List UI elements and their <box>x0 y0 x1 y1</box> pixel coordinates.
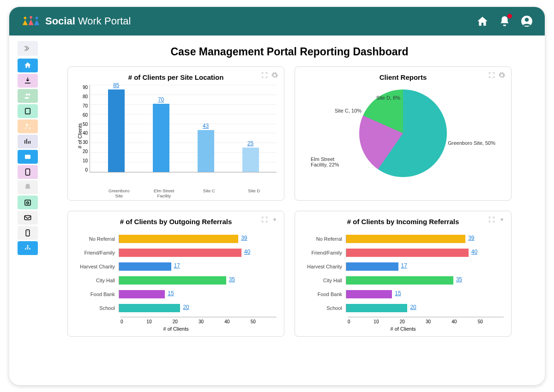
bar <box>153 104 169 172</box>
home-icon[interactable] <box>476 15 488 27</box>
hbar-value[interactable]: 20 <box>183 304 189 310</box>
hbar-label: Harvest Charity <box>77 264 119 269</box>
nav-mail[interactable] <box>18 211 38 225</box>
fullscreen-icon[interactable] <box>488 216 495 223</box>
hbar: 39 <box>346 235 465 243</box>
card-title: # of Clients by Outgoing Referrals <box>75 218 277 226</box>
card-outgoing-referrals: # of Clients by Outgoing Referrals No Re… <box>67 211 284 337</box>
svg-point-12 <box>29 156 30 157</box>
nav-stats[interactable] <box>18 135 38 148</box>
hbar-label: City Hall <box>77 278 119 283</box>
hbar-value[interactable]: 17 <box>401 262 407 269</box>
hbar: 35 <box>119 276 226 285</box>
bar-plot: 85704325 <box>90 85 277 172</box>
fullscreen-icon[interactable] <box>261 216 268 223</box>
pie-chart: Greenboro Site, 50% Elm Street Facility,… <box>302 85 504 196</box>
svg-rect-15 <box>25 200 30 205</box>
bar-value[interactable]: 70 <box>158 96 164 103</box>
nav-download[interactable] <box>18 74 38 88</box>
hbar-value[interactable]: 39 <box>241 235 247 241</box>
hbar-value[interactable]: 17 <box>174 262 180 269</box>
nav-bell[interactable] <box>18 180 38 194</box>
page-title: Case Management Portal Reporting Dashboa… <box>48 46 531 58</box>
hbar-plot: No Referral39Friend/Family40Harvest Char… <box>75 229 277 317</box>
hbar-value[interactable]: 40 <box>471 249 477 255</box>
hbar-label: No Referral <box>77 236 119 242</box>
hbar-value[interactable]: 35 <box>229 276 235 283</box>
account-icon[interactable] <box>521 15 533 27</box>
topbar: Social Work Portal <box>9 7 545 36</box>
bar-value[interactable]: 25 <box>247 140 253 147</box>
hbar-value[interactable]: 40 <box>244 249 250 255</box>
hbar: 35 <box>346 276 453 285</box>
hbar-plot: No Referral39Friend/Family40Harvest Char… <box>302 229 504 317</box>
hbar-label: School <box>77 305 119 311</box>
svg-point-21 <box>25 248 26 249</box>
nav-calendar[interactable] <box>18 196 38 209</box>
main-content: Case Management Portal Reporting Dashboa… <box>43 36 545 385</box>
svg-rect-13 <box>26 169 30 175</box>
sidebar-expand-button[interactable] <box>18 41 38 56</box>
hbar-value[interactable]: 39 <box>468 235 474 241</box>
hbar-value[interactable]: 20 <box>410 304 416 310</box>
bar <box>108 89 125 172</box>
hbar-label: City Hall <box>304 278 346 283</box>
svg-point-10 <box>26 156 27 157</box>
hbar: 20 <box>119 304 180 312</box>
hbar-label: Food Bank <box>77 291 119 297</box>
svg-point-6 <box>28 94 30 96</box>
bar-value[interactable]: 43 <box>203 123 209 129</box>
hbar-label: School <box>304 305 346 311</box>
fullscreen-icon[interactable] <box>488 71 495 79</box>
svg-point-1 <box>30 16 32 19</box>
nav-org[interactable] <box>18 241 38 255</box>
nav-people[interactable] <box>18 89 38 103</box>
notification-badge <box>507 14 512 18</box>
svg-point-4 <box>525 18 529 22</box>
hbar-label: No Referral <box>304 236 346 242</box>
fullscreen-icon[interactable] <box>261 71 268 79</box>
pie-label-site-c: Site C, 10% <box>335 108 361 113</box>
hbar-value[interactable]: 15 <box>395 290 401 297</box>
hbar: 17 <box>119 262 171 271</box>
card-title: Client Reports <box>302 73 504 81</box>
hbar-label: Harvest Charity <box>304 264 346 269</box>
pie-label-elm: Elm Street Facility, 22% <box>311 156 348 167</box>
bar-value[interactable]: 85 <box>113 82 119 89</box>
svg-point-20 <box>27 245 29 246</box>
brand-logo-icon <box>21 15 41 27</box>
y-axis-label: # of Clients <box>75 85 83 186</box>
svg-point-5 <box>26 94 28 96</box>
nav-user-edit[interactable] <box>18 119 38 133</box>
nav-badge[interactable] <box>18 226 38 240</box>
gear-icon[interactable] <box>271 71 278 79</box>
gear-icon[interactable] <box>498 71 506 79</box>
hbar: 20 <box>346 304 407 312</box>
card-incoming-referrals: # of Clients by Incoming Referrals No Re… <box>295 211 512 337</box>
bell-icon[interactable] <box>499 15 511 27</box>
brand-text: Social Work Portal <box>45 15 131 27</box>
card-clients-per-site: # of Clients per Site Location # of Clie… <box>67 66 284 201</box>
x-axis-label: # of Clients <box>75 326 277 332</box>
svg-point-22 <box>29 248 30 249</box>
x-axis-ticks: 01020304050 <box>120 317 277 324</box>
svg-point-19 <box>27 231 29 232</box>
card-title: # of Clients by Incoming Referrals <box>302 218 504 226</box>
card-client-reports: Client Reports Greenboro Site, 50% Elm S… <box>295 66 512 201</box>
gear-icon[interactable] <box>271 216 278 223</box>
nav-clipboard[interactable] <box>18 104 38 118</box>
hbar-value[interactable]: 15 <box>168 290 174 297</box>
brand: Social Work Portal <box>21 15 131 27</box>
nav-chat[interactable] <box>18 150 38 164</box>
pie-label-greenboro: Greenboro Site, 50% <box>448 140 495 146</box>
hbar: 15 <box>346 290 392 298</box>
svg-rect-18 <box>26 230 30 236</box>
bar <box>242 148 259 172</box>
hbar: 15 <box>119 290 165 298</box>
hbar: 40 <box>119 249 241 257</box>
hbar-value[interactable]: 35 <box>456 276 462 283</box>
svg-point-23 <box>27 248 29 249</box>
nav-contact[interactable] <box>18 165 38 179</box>
nav-home[interactable] <box>18 59 38 72</box>
gear-icon[interactable] <box>498 216 506 223</box>
